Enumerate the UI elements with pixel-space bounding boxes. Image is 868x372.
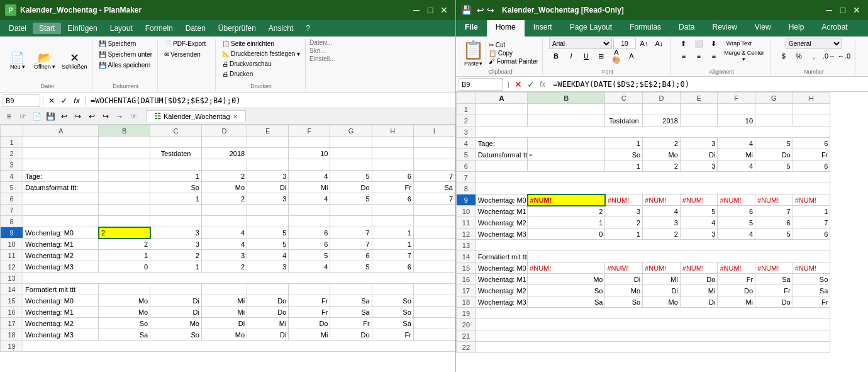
left-formula-input[interactable] — [88, 94, 453, 107]
increase-decimal-btn[interactable]: .0→ — [822, 50, 836, 62]
cell-e14[interactable] — [247, 284, 289, 295]
r-cell-b18[interactable]: Sa — [528, 296, 605, 308]
r-cell-d4[interactable]: 2 — [643, 138, 681, 149]
cell-f17[interactable]: Do — [289, 318, 330, 329]
left-grid-scroll[interactable]: A B C D E F G H I — [0, 125, 455, 372]
drucken-btn[interactable]: 🖨 Drucken — [220, 69, 255, 79]
r-cell-rest14[interactable] — [528, 251, 830, 262]
r-cell-a17[interactable]: Wochentag: M2 — [476, 285, 527, 296]
r-cell-f1[interactable] — [718, 104, 755, 115]
toolbar-btn-6[interactable]: ↪ — [99, 110, 112, 123]
cell-c3[interactable] — [150, 159, 202, 171]
r-cell-c12[interactable]: 1 — [605, 228, 643, 240]
cell-a16[interactable]: Wochentag: M1 — [23, 307, 99, 318]
cell-b16[interactable]: Mo — [99, 307, 150, 318]
r-cell-h16[interactable]: So — [793, 274, 830, 285]
copy-btn[interactable]: 📋 Copy — [489, 50, 538, 57]
right-col-header-c[interactable]: C — [605, 93, 643, 104]
r-cell-e6[interactable]: 3 — [680, 161, 718, 172]
r-cell-h11[interactable]: 7 — [793, 217, 830, 228]
r-cell-d2[interactable]: 2018 — [643, 115, 681, 127]
align-center-btn[interactable]: ≡ — [692, 50, 706, 62]
cell-d11[interactable]: 3 — [201, 250, 247, 261]
cell-h3[interactable] — [372, 159, 413, 171]
format-painter-btn[interactable]: 🖌 Format Painter — [489, 58, 538, 65]
cell-g17[interactable]: Fr — [330, 318, 372, 329]
cell-e15[interactable]: Do — [247, 295, 289, 307]
r-cell-e9[interactable]: #NUM! — [680, 194, 718, 206]
cell-f7[interactable] — [289, 205, 330, 216]
number-format-select[interactable]: General — [786, 38, 842, 49]
cell-b9-selected[interactable]: 2 — [99, 227, 150, 239]
r-cell-e4[interactable]: 3 — [680, 138, 718, 149]
r-cell-h17[interactable]: Sa — [793, 285, 830, 296]
cell-c15[interactable]: Di — [150, 295, 202, 307]
cell-e11[interactable]: 4 — [247, 250, 289, 261]
r-cell-g6[interactable]: 5 — [755, 161, 793, 172]
excel-tab-review[interactable]: Review — [703, 20, 745, 37]
r-cell-b6[interactable] — [528, 161, 605, 172]
right-col-header-e[interactable]: E — [680, 93, 718, 104]
col-header-h[interactable]: H — [372, 125, 413, 137]
toolbar-btn-save[interactable]: 💾 — [44, 110, 57, 123]
cell-f6[interactable]: 4 — [289, 193, 330, 205]
cell-g10[interactable]: 7 — [330, 239, 372, 250]
r-cell-b2[interactable] — [528, 115, 605, 127]
cell-i16[interactable] — [413, 307, 455, 318]
cell-g9[interactable]: 7 — [330, 227, 372, 239]
r-cell-g16[interactable]: Sa — [755, 274, 793, 285]
schliessen-btn[interactable]: ✕ Schließen — [59, 51, 89, 71]
cell-g7[interactable] — [330, 205, 372, 216]
cell-a17[interactable]: Wochentag: M2 — [23, 318, 99, 329]
right-col-header-f[interactable]: F — [718, 93, 755, 104]
cell-h11[interactable]: 7 — [372, 250, 413, 261]
r-cell-c4[interactable]: 1 — [605, 138, 643, 149]
cell-c10[interactable]: 3 — [150, 239, 202, 250]
r-cell-a1[interactable] — [476, 104, 527, 115]
right-grid-scroll[interactable]: A B C D E F G H 1 — [456, 92, 868, 372]
formula-confirm-btn[interactable]: ✓ — [58, 95, 70, 106]
cell-c7[interactable] — [150, 205, 202, 216]
toolbar-btn-3[interactable]: 📄 — [30, 110, 43, 123]
r-cell-e18[interactable]: Di — [680, 296, 718, 308]
cell-i14[interactable] — [413, 284, 455, 295]
cell-f1[interactable] — [289, 137, 330, 148]
cell-h1[interactable] — [372, 137, 413, 148]
menu-ueberpruefen[interactable]: Überprüfen — [212, 23, 262, 34]
cell-d7[interactable] — [201, 205, 247, 216]
cell-e3[interactable] — [247, 159, 289, 171]
italic-btn[interactable]: I — [564, 50, 578, 62]
r-cell-row21[interactable] — [476, 330, 830, 342]
cell-d10[interactable]: 4 — [201, 239, 247, 250]
cell-e9[interactable]: 5 — [247, 227, 289, 239]
cell-a18[interactable]: Wochentag: M3 — [23, 329, 99, 341]
r-cell-h10[interactable]: 1 — [793, 206, 830, 217]
cell-b6[interactable] — [99, 193, 150, 205]
cell-c9[interactable]: 3 — [150, 227, 202, 239]
cell-d16[interactable]: Mi — [201, 307, 247, 318]
r-cell-f18[interactable]: Mi — [718, 296, 755, 308]
pdf-export-btn[interactable]: 📄 PDF-Export — [162, 39, 208, 48]
wrap-text-btn[interactable]: Wrap Text — [722, 38, 756, 49]
cell-d8[interactable] — [201, 216, 247, 227]
r-cell-h15[interactable]: #NUM! — [793, 262, 830, 274]
cell-e17[interactable]: Mi — [247, 318, 289, 329]
cell-b17[interactable]: So — [99, 318, 150, 329]
cell-c17[interactable]: Mo — [150, 318, 202, 329]
cell-i11[interactable] — [413, 250, 455, 261]
cell-i17[interactable] — [413, 318, 455, 329]
r-cell-d12[interactable]: 2 — [643, 228, 681, 240]
toolbar-btn-undo[interactable]: ↩ — [58, 110, 70, 123]
excel-save-icon[interactable]: 💾 — [461, 5, 472, 15]
cell-i9[interactable] — [413, 227, 455, 239]
cell-i5[interactable]: Sa — [413, 182, 455, 193]
cell-c11[interactable]: 2 — [150, 250, 202, 261]
cell-b8[interactable] — [99, 216, 150, 227]
cell-b7[interactable] — [99, 205, 150, 216]
fill-color-btn[interactable]: A🎨 — [609, 50, 623, 62]
cell-g14[interactable] — [330, 284, 372, 295]
sheet-tab-kalender[interactable]: ☷ Kalender_Wochentag ✕ — [146, 110, 246, 122]
col-header-d[interactable]: D — [201, 125, 247, 137]
cell-g15[interactable]: Sa — [330, 295, 372, 307]
menu-daten[interactable]: Daten — [179, 23, 212, 34]
